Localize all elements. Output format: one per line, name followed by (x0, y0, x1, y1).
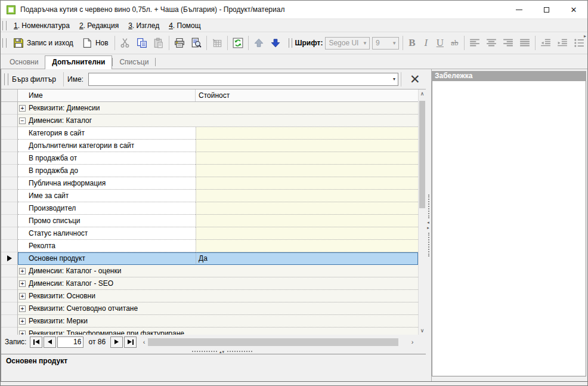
table-row[interactable]: +Реквизити: Дименсии (1, 102, 426, 115)
table-row[interactable]: Име за сайт (1, 190, 426, 202)
vertical-scroll-track[interactable] (419, 98, 426, 326)
last-record-button[interactable] (124, 336, 137, 348)
name-filter-input[interactable] (91, 75, 393, 84)
row-value-cell[interactable] (196, 165, 418, 177)
row-selector[interactable] (1, 152, 18, 165)
refresh-button[interactable] (230, 35, 246, 51)
row-selector[interactable] (1, 227, 18, 240)
row-name-cell[interactable]: +Реквизити: Основни (18, 290, 418, 302)
horizontal-scroll-thumb[interactable] (148, 338, 398, 346)
row-value-cell[interactable] (196, 227, 418, 240)
row-name-cell[interactable]: −Дименсии: Каталог (18, 115, 418, 127)
clear-filter-button[interactable]: ✕ (405, 71, 425, 88)
row-selector[interactable] (1, 190, 18, 202)
paste-button[interactable] (150, 35, 167, 51)
row-value-cell[interactable] (196, 215, 418, 227)
column-header-value[interactable]: Стойност (196, 89, 418, 101)
row-value-cell[interactable] (196, 140, 418, 152)
print-button[interactable] (171, 35, 188, 51)
table-row[interactable]: В продажба до (1, 165, 426, 177)
row-selector[interactable] (1, 177, 18, 190)
vertical-splitter[interactable]: ◂▸ (426, 69, 431, 381)
scroll-right-icon[interactable]: › (408, 338, 416, 345)
table-row[interactable]: Промо списъци (1, 215, 426, 227)
row-name-cell[interactable]: Публична информация (18, 177, 196, 190)
expand-icon[interactable]: + (19, 268, 26, 274)
row-name-cell[interactable]: +Реквизити: Счетоводно отчитане (18, 302, 418, 315)
quick-filter-label[interactable]: Бърз филтър (11, 75, 61, 84)
window-resize-edge[interactable] (1, 381, 587, 385)
collapse-icon[interactable]: − (19, 118, 26, 124)
row-selector[interactable] (1, 127, 18, 140)
row-name-cell[interactable]: +Дименсии: Каталог - оценки (18, 265, 418, 277)
align-right-button[interactable] (500, 35, 516, 51)
row-value-cell[interactable] (196, 202, 418, 215)
row-name-cell[interactable]: Основен продукт (18, 252, 196, 265)
table-row[interactable]: +Дименсии: Каталог - SEO (1, 277, 426, 290)
row-selector[interactable] (1, 202, 18, 215)
row-value-cell[interactable] (196, 177, 418, 190)
row-selector[interactable] (1, 277, 18, 290)
notes-textarea[interactable] (432, 81, 586, 376)
expand-icon[interactable]: + (19, 280, 26, 287)
row-value-cell[interactable] (196, 127, 418, 140)
bold-button[interactable]: B (405, 37, 419, 49)
row-selector[interactable] (1, 302, 18, 315)
table-row[interactable]: Основен продуктДа (1, 252, 426, 265)
maximize-button[interactable] (533, 1, 560, 18)
row-name-cell[interactable]: +Дименсии: Каталог - SEO (18, 277, 418, 290)
tab-spisatsi[interactable]: Списъци (113, 56, 155, 69)
table-row[interactable]: В продажба от (1, 152, 426, 165)
row-name-cell[interactable]: Име за сайт (18, 190, 196, 202)
tab-dopalnitelni[interactable]: Допълнителни (45, 55, 112, 69)
horizontal-scrollbar[interactable]: ‹ › (140, 338, 416, 347)
table-row[interactable]: +Реквизити: Трансформиране при фактурира… (1, 328, 426, 335)
row-selector[interactable] (1, 290, 18, 302)
row-name-cell[interactable]: В продажба до (18, 165, 196, 177)
underline-button[interactable]: U (433, 37, 447, 49)
row-selector[interactable] (1, 328, 18, 335)
record-position-input[interactable] (57, 336, 83, 348)
row-selector[interactable] (1, 240, 18, 252)
italic-button[interactable]: I (419, 37, 433, 49)
expand-icon[interactable]: + (19, 318, 26, 325)
align-justify-button[interactable] (516, 35, 533, 51)
column-header-name[interactable]: Име (18, 89, 196, 101)
row-value-cell[interactable] (196, 190, 418, 202)
vertical-scrollbar[interactable]: ∧ ∨ (418, 89, 426, 335)
table-row[interactable]: −Дименсии: Каталог (1, 115, 426, 127)
row-name-cell[interactable]: +Реквизити: Трансформиране при фактурира… (18, 328, 418, 335)
row-selector[interactable] (1, 102, 18, 115)
align-center-button[interactable] (483, 35, 500, 51)
menubar-grip[interactable] (2, 21, 7, 30)
expand-icon[interactable]: + (19, 105, 26, 112)
row-selector[interactable] (1, 165, 18, 177)
outdent-button[interactable] (537, 35, 554, 51)
menu-view[interactable]: 3. Изглед (123, 20, 164, 31)
table-row[interactable]: Публична информация (1, 177, 426, 190)
row-value-cell[interactable] (196, 152, 418, 165)
row-name-cell[interactable]: +Реквизити: Дименсии (18, 102, 418, 115)
font-size-select[interactable]: 9 ▼ (372, 37, 399, 50)
next-record-button[interactable] (110, 336, 123, 348)
table-row[interactable]: Категория в сайт (1, 127, 426, 140)
cut-button[interactable] (117, 35, 134, 51)
new-button[interactable]: Нов (78, 35, 113, 51)
row-name-cell[interactable]: Реколта (18, 240, 196, 252)
row-selector[interactable] (1, 252, 18, 265)
menu-nomenclature[interactable]: 1. Номенклатура (9, 20, 75, 31)
table-row[interactable]: Допълнителни категории в сайт (1, 140, 426, 152)
tab-osnovni[interactable]: Основни (3, 56, 45, 69)
row-selector[interactable] (1, 265, 18, 277)
move-up-button[interactable] (250, 35, 267, 51)
row-value-cell[interactable] (196, 240, 418, 252)
table-row[interactable]: Статус наличност (1, 227, 426, 240)
row-name-cell[interactable]: Допълнителни категории в сайт (18, 140, 196, 152)
previous-record-button[interactable] (44, 336, 56, 348)
calculations-button[interactable] (209, 35, 225, 51)
row-name-cell[interactable]: Промо списъци (18, 215, 196, 227)
strikethrough-button[interactable]: ab (447, 38, 462, 48)
row-name-cell[interactable]: Производител (18, 202, 196, 215)
table-row[interactable]: +Реквизити: Мерки (1, 315, 426, 328)
table-row[interactable]: +Реквизити: Основни (1, 290, 426, 302)
